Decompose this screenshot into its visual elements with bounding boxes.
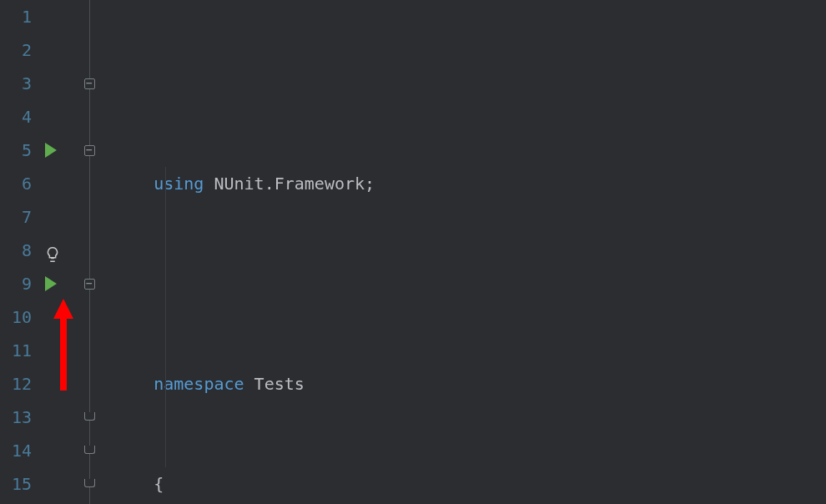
code-line[interactable] xyxy=(108,267,826,300)
fold-gutter xyxy=(75,0,108,504)
namespace-ref: NUnit.Framework xyxy=(214,167,365,200)
run-test-icon[interactable] xyxy=(45,143,57,158)
keyword: namespace xyxy=(154,367,244,401)
code-line[interactable]: namespace Tests xyxy=(108,367,826,401)
fold-toggle[interactable] xyxy=(84,78,95,89)
keyword: using xyxy=(154,167,204,200)
line-number: 12 xyxy=(0,367,32,401)
identifier: Tests xyxy=(254,367,305,401)
line-number: 9 xyxy=(0,267,32,300)
fold-end[interactable] xyxy=(84,412,95,421)
code-editor[interactable]: 1 2 3 4 5 6 7 8 9 10 11 12 13 14 15 xyxy=(0,0,826,504)
line-number: 13 xyxy=(0,401,32,434)
line-number: 15 xyxy=(0,467,32,501)
punct: ; xyxy=(365,167,375,200)
lightbulb-icon[interactable] xyxy=(43,241,62,260)
line-number: 3 xyxy=(0,67,32,100)
line-number: 1 xyxy=(0,0,32,33)
fold-end[interactable] xyxy=(84,446,95,454)
line-number: 11 xyxy=(0,334,32,367)
line-number: 10 xyxy=(0,300,32,334)
line-number: 4 xyxy=(0,100,32,134)
run-test-icon[interactable] xyxy=(45,276,57,291)
line-number: 14 xyxy=(0,434,32,467)
run-gutter xyxy=(40,0,75,504)
code-line[interactable]: { xyxy=(108,467,826,501)
fold-end[interactable] xyxy=(84,479,95,487)
line-number: 7 xyxy=(0,200,32,234)
line-number: 6 xyxy=(0,167,32,200)
line-number: 2 xyxy=(0,33,32,67)
line-number-column: 1 2 3 4 5 6 7 8 9 10 11 12 13 14 15 xyxy=(0,0,40,504)
brace: { xyxy=(154,467,164,501)
fold-toggle[interactable] xyxy=(84,279,95,290)
code-line[interactable]: using NUnit.Framework; xyxy=(108,167,826,200)
gutter: 1 2 3 4 5 6 7 8 9 10 11 12 13 14 15 xyxy=(0,0,108,504)
code-area[interactable]: using NUnit.Framework; namespace Tests {… xyxy=(108,0,826,504)
fold-toggle[interactable] xyxy=(84,145,95,156)
line-number: 8 xyxy=(0,234,32,267)
line-number: 5 xyxy=(0,134,32,167)
indent-guide xyxy=(165,167,166,467)
